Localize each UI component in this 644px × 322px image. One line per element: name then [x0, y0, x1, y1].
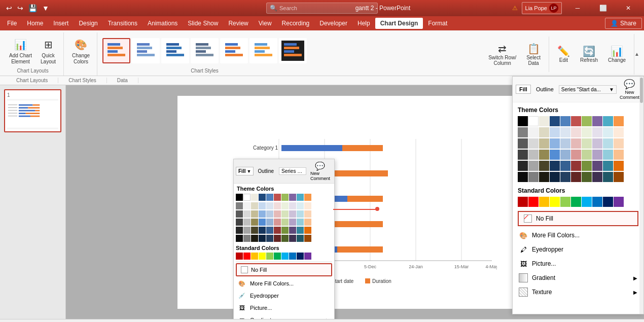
- tint-cell[interactable]: [236, 202, 243, 209]
- lcp-picture[interactable]: 🖼 Picture...: [513, 257, 643, 271]
- lcp-tint-cell[interactable]: [560, 138, 570, 149]
- color-cell-navy[interactable]: [259, 194, 266, 201]
- std-color-cell[interactable]: [274, 253, 281, 260]
- chart-style-4[interactable]: [191, 38, 219, 63]
- tint-cell[interactable]: [259, 210, 266, 218]
- save-button[interactable]: 💾: [26, 3, 39, 13]
- lcp-std-cell[interactable]: [539, 197, 549, 207]
- lcp-tint-cell[interactable]: [614, 172, 624, 182]
- cp-fill-tab[interactable]: Fill ▼: [236, 167, 254, 175]
- quick-layout-button[interactable]: ⊞ QuickLayout: [37, 34, 59, 67]
- tint-cell[interactable]: [304, 202, 311, 209]
- tint-cell[interactable]: [289, 235, 296, 242]
- std-color-cell[interactable]: [251, 253, 258, 260]
- lcp-color-cell[interactable]: [571, 116, 581, 126]
- lcp-tint-cell[interactable]: [518, 127, 528, 137]
- lcp-color-cell[interactable]: [539, 116, 549, 126]
- lcp-outline-tab[interactable]: Outline: [533, 85, 557, 93]
- std-color-cell[interactable]: [281, 253, 289, 260]
- color-cell-cream[interactable]: [251, 194, 258, 201]
- lcp-scrollbar[interactable]: [639, 77, 643, 314]
- tint-cell[interactable]: [243, 202, 251, 209]
- tint-cell[interactable]: [259, 227, 266, 234]
- share-button[interactable]: 👤Share: [605, 18, 642, 29]
- tint-cell[interactable]: [289, 202, 296, 209]
- lcp-tint-cell[interactable]: [550, 150, 560, 160]
- std-color-cell[interactable]: [289, 253, 296, 260]
- lcp-tint-cell[interactable]: [603, 172, 613, 182]
- menu-view[interactable]: View: [254, 18, 277, 29]
- menu-insert[interactable]: Insert: [48, 18, 74, 29]
- tint-cell[interactable]: [266, 227, 273, 234]
- lcp-fill-tab[interactable]: Fill: [516, 85, 531, 94]
- std-color-cell[interactable]: [259, 253, 266, 260]
- menu-home[interactable]: Home: [22, 18, 48, 29]
- lcp-tint-cell[interactable]: [528, 172, 539, 182]
- lcp-tint-cell[interactable]: [539, 172, 549, 182]
- cp-eyedropper[interactable]: 💉 Eyedropper: [234, 290, 334, 302]
- tint-cell[interactable]: [243, 235, 251, 242]
- lcp-std-cell[interactable]: [518, 197, 528, 207]
- lcp-tint-cell[interactable]: [518, 172, 528, 182]
- tint-cell[interactable]: [281, 202, 289, 209]
- lcp-std-cell[interactable]: [560, 197, 570, 207]
- tint-cell[interactable]: [236, 210, 243, 218]
- lcp-tint-cell[interactable]: [560, 150, 570, 160]
- lcp-color-cell[interactable]: [528, 116, 539, 126]
- select-data-button[interactable]: 📋 SelectData: [522, 41, 545, 68]
- lcp-tint-cell[interactable]: [528, 138, 539, 149]
- lcp-tint-cell[interactable]: [539, 150, 549, 160]
- tint-cell[interactable]: [259, 235, 266, 242]
- lcp-no-fill[interactable]: No Fill: [518, 211, 638, 226]
- lcp-color-cell[interactable]: [603, 116, 613, 126]
- lcp-tint-cell[interactable]: [571, 161, 581, 171]
- lcp-std-cell[interactable]: [582, 197, 592, 207]
- lcp-tint-cell[interactable]: [560, 127, 570, 137]
- lcp-color-cell[interactable]: [592, 116, 602, 126]
- cp-gradient[interactable]: ◫ Gradient ▶: [234, 314, 334, 319]
- tint-cell[interactable]: [281, 210, 289, 218]
- tint-cell[interactable]: [243, 210, 251, 218]
- lcp-new-comment-button[interactable]: 💬 NewComment: [619, 79, 640, 100]
- tint-cell[interactable]: [251, 219, 258, 226]
- lcp-tint-cell[interactable]: [518, 161, 528, 171]
- color-cell-orange[interactable]: [304, 194, 311, 201]
- tint-cell[interactable]: [274, 202, 281, 209]
- lcp-tint-cell[interactable]: [582, 127, 592, 137]
- tint-cell[interactable]: [243, 227, 251, 234]
- menu-design[interactable]: Design: [74, 18, 102, 29]
- tint-cell[interactable]: [274, 210, 281, 218]
- lcp-tint-cell[interactable]: [528, 150, 539, 160]
- lcp-color-cell[interactable]: [550, 116, 560, 126]
- edit-button[interactable]: ✏️ Edit: [553, 43, 574, 65]
- lcp-tint-cell[interactable]: [571, 138, 581, 149]
- std-color-cell[interactable]: [297, 253, 304, 260]
- lcp-tint-cell[interactable]: [603, 127, 613, 137]
- lcp-tint-cell[interactable]: [550, 127, 560, 137]
- tint-cell[interactable]: [304, 219, 311, 226]
- tint-cell[interactable]: [281, 235, 289, 242]
- tint-cell[interactable]: [274, 227, 281, 234]
- switch-row-col-button[interactable]: ⇄ Switch Row/Column: [484, 41, 520, 68]
- restore-button[interactable]: ⬜: [591, 0, 615, 16]
- std-color-cell[interactable]: [236, 253, 243, 260]
- lcp-std-cell[interactable]: [528, 197, 539, 207]
- lcp-tint-cell[interactable]: [571, 150, 581, 160]
- lcp-tint-cell[interactable]: [582, 161, 592, 171]
- redo-button[interactable]: ↪: [15, 3, 25, 13]
- tint-cell[interactable]: [251, 210, 258, 218]
- tint-cell[interactable]: [304, 235, 311, 242]
- lcp-tint-cell[interactable]: [550, 172, 560, 182]
- tint-cell[interactable]: [259, 219, 266, 226]
- lcp-tint-cell[interactable]: [614, 150, 624, 160]
- tint-cell[interactable]: [236, 227, 243, 234]
- lcp-tint-cell[interactable]: [592, 150, 602, 160]
- lcp-tint-cell[interactable]: [518, 138, 528, 149]
- lcp-gradient[interactable]: Gradient ▶: [513, 271, 643, 285]
- tint-cell[interactable]: [304, 227, 311, 234]
- lcp-tint-cell[interactable]: [603, 150, 613, 160]
- cp-new-comment[interactable]: 💬 NewComment: [308, 161, 332, 181]
- lcp-color-cell[interactable]: [582, 116, 592, 126]
- color-cell-red[interactable]: [274, 194, 281, 201]
- cp-outline-tab[interactable]: Outline: [256, 167, 276, 175]
